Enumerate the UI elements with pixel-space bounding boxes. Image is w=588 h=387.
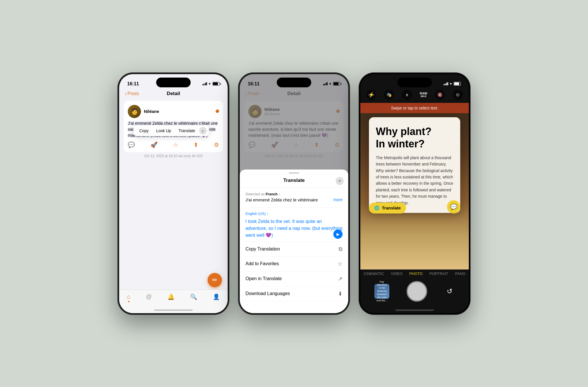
wifi-icon-1: ▾ (209, 82, 211, 86)
battery-icon-1 (212, 82, 220, 86)
live-photo-icon[interactable]: ⊙ (453, 90, 463, 100)
home-icon-1: ⌂ (127, 293, 130, 300)
dynamic-island-1 (156, 78, 191, 87)
copy-translation-label: Copy Translation (245, 247, 280, 252)
avatar-1: 🧑 (128, 105, 141, 118)
ocr-body: The Metropolis will plant about a thousa… (376, 155, 453, 206)
ocr-card: Why plant?In winter? The Metropolis will… (369, 117, 460, 213)
nav-bar-1: ‹ Posts Detail (119, 90, 228, 99)
search-icon-1: 🔍 (190, 293, 197, 300)
profile-icon-1: 👤 (213, 293, 220, 300)
post-timestamp-1: Oct 12, 2023 at 16:10 via Ivory for iOS (119, 154, 228, 158)
camera-mode-bar: CINEMATIC VIDEO PHOTO PORTRAIT PANO (360, 272, 469, 276)
flash-icon[interactable]: ⚡ (366, 90, 376, 100)
mentions-icon-1: @ (146, 293, 152, 300)
divider-1 (245, 207, 343, 208)
dynamic-island-2 (277, 78, 311, 87)
translate-fab-label: Translate (382, 205, 401, 210)
home-indicator-3 (395, 309, 434, 311)
lookup-button[interactable]: Look Up (153, 127, 175, 134)
wifi-icon-3: ▾ (450, 82, 452, 86)
user-info-1: Niléane (144, 109, 159, 114)
scene: 16:11 ▾ ‹ Posts Detail (93, 72, 495, 315)
mode-pano[interactable]: PANO (455, 272, 465, 276)
last-photo-thumbnail[interactable]: Pay attention to the distance between th… (374, 284, 389, 299)
raw-max-label: RAW MAX (420, 92, 427, 98)
tab-search-1[interactable]: 🔍 (190, 293, 197, 300)
settings-icon-1[interactable]: ⚙ (214, 141, 219, 148)
back-button-1[interactable]: ‹ Posts (125, 91, 139, 97)
detected-lang-value: French (266, 192, 278, 196)
shutter-button[interactable] (407, 281, 427, 302)
more-button[interactable]: › (199, 127, 207, 134)
mode-cinematic[interactable]: CINEMATIC (364, 272, 384, 276)
reply-icon-1[interactable]: 💬 (128, 141, 135, 148)
sheet-header: Translate × (240, 175, 348, 188)
translate-sheet: Translate × Detected as French ↕ J'ai em… (240, 170, 348, 313)
chevron-up-icon[interactable]: ∧ (402, 90, 412, 100)
phone-2: 16:11 ▾ ‹ Posts Detail (238, 72, 350, 315)
more-link[interactable]: more (333, 197, 343, 202)
camera-shutter-area: Pay attention to the distance between th… (360, 281, 469, 302)
status-time-1: 16:11 (127, 81, 139, 86)
status-icons-1: ▾ (202, 82, 220, 86)
sheet-title: Translate (283, 178, 305, 183)
phone-1-screen: 16:11 ▾ ‹ Posts Detail (119, 74, 228, 313)
home-indicator-1 (154, 309, 193, 311)
mode-video[interactable]: VIDEO (391, 272, 402, 276)
chat-fab[interactable]: 💬 (447, 200, 460, 213)
mode-photo[interactable]: PHOTO (409, 272, 423, 276)
add-favorites-row[interactable]: Add to Favorites ☆ (245, 257, 343, 272)
tab-notifications-1[interactable]: 🔔 (167, 293, 175, 300)
favorite-icon-1[interactable]: ☆ (173, 141, 178, 148)
sheet-close-button[interactable]: × (336, 177, 344, 185)
translate-icon-cam: 🌐 (374, 205, 380, 211)
favorites-icon: ☆ (338, 261, 343, 267)
original-text: J'ai emmené Zelda chez le vétérinaire mo… (245, 197, 343, 203)
signal-icon-1 (202, 82, 207, 85)
dynamic-island-3 (397, 78, 432, 87)
download-languages-row[interactable]: Download Languages ⬇ (245, 286, 343, 301)
sheet-actions: Copy Translation ⧉ Add to Favorites ☆ Op… (245, 242, 343, 301)
signal-icon-3 (444, 82, 448, 85)
target-lang: English (US) ↕ (245, 212, 343, 216)
phone-2-screen: 16:11 ▾ ‹ Posts Detail (240, 74, 348, 313)
camera-top-bar: ⚡ 🎭 ∧ RAW MAX 🔇 ⊙ (360, 90, 469, 100)
copy-translation-row[interactable]: Copy Translation ⧉ (245, 242, 343, 257)
copy-button[interactable]: Copy (136, 127, 152, 134)
mute-icon[interactable]: 🔇 (435, 90, 445, 100)
phone-1: 16:11 ▾ ‹ Posts Detail (117, 72, 229, 315)
ocr-title: Why plant?In winter? (376, 125, 453, 150)
chevron-left-icon-1: ‹ (125, 91, 127, 97)
tab-mentions-1[interactable]: @ (146, 293, 152, 300)
post-header-1: 🧑 Niléane (128, 105, 219, 118)
camera-viewfinder: Swipe or tap to select text. Why plant?I… (360, 103, 469, 269)
add-favorites-label: Add to Favorites (245, 261, 279, 266)
compose-fab-1[interactable]: ✏ (208, 273, 222, 287)
user-name-1: Niléane (144, 109, 159, 114)
back-label-1: Posts (127, 91, 139, 96)
camera-icon-top[interactable]: 🎭 (384, 90, 394, 100)
download-icon: ⬇ (338, 290, 343, 297)
open-translate-icon: ↗ (338, 276, 343, 282)
open-translate-row[interactable]: Open in Translate ↗ (245, 272, 343, 286)
nav-title-1: Detail (167, 91, 180, 97)
share-icon-1[interactable]: ⬆ (194, 141, 198, 148)
copy-translation-icon: ⧉ (339, 246, 343, 252)
tab-profile-1[interactable]: 👤 (213, 293, 220, 300)
detected-lang-label: Detected as French ↕ (245, 192, 343, 196)
status-icons-3: ▾ (444, 82, 461, 86)
translate-button[interactable]: Translate (175, 127, 199, 134)
translate-fab-cam[interactable]: 🌐 Translate (369, 203, 406, 213)
notifications-icon-1: 🔔 (167, 293, 175, 300)
tab-home-1[interactable]: ⌂ (127, 293, 130, 302)
phone-3-screen: ▾ ⚡ 🎭 ∧ RAW MAX 🔇 ⊙ (360, 74, 469, 313)
swipe-hint-banner: Swipe or tap to select text. (360, 103, 469, 113)
mode-portrait[interactable]: PORTRAIT (430, 272, 448, 276)
boost-icon-1[interactable]: 🚀 (150, 141, 158, 148)
phone-3: ▾ ⚡ 🎭 ∧ RAW MAX 🔇 ⊙ (359, 72, 471, 315)
chat-icon: 💬 (450, 203, 457, 210)
translation-text: I took Zelda to the vet. It was quite an… (245, 218, 343, 239)
flip-camera-button[interactable]: ↺ (444, 286, 455, 296)
post-actions-1: 💬 🚀 ☆ ⬆ ⚙ (128, 141, 219, 148)
